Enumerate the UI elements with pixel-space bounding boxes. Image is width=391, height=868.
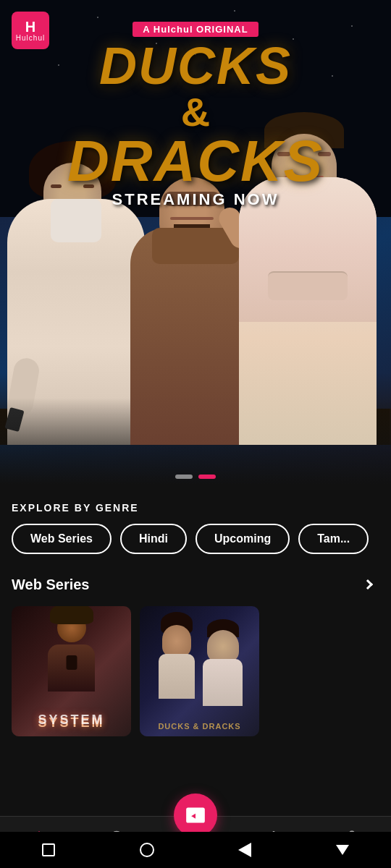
hero-banner: H Hulchul A Hulchul ORIGINAL DUCKS & DRA… [0, 0, 391, 485]
recents-icon [42, 843, 55, 856]
show-card-ducks-dracks[interactable]: DUCKS & DRACKS [140, 606, 259, 736]
original-badge: A Hulchul ORIGINAL [133, 22, 258, 37]
dot-2 [198, 475, 216, 479]
genre-pills-container: Web Series Hindi Upcoming Tam... [12, 524, 379, 557]
reels-button[interactable] [174, 793, 217, 837]
web-series-cards-row: SYSTEM [12, 606, 379, 736]
show-title-ducks: DUCKS [0, 40, 391, 92]
web-series-header: Web Series [12, 573, 379, 596]
android-home-button[interactable] [140, 843, 154, 857]
android-power-button[interactable] [336, 845, 349, 855]
android-nav-bar [0, 832, 391, 868]
explore-title: EXPLORE BY GENRE [12, 502, 379, 514]
show-title-dracks: DRACKS [0, 132, 391, 190]
main-content: EXPLORE BY GENRE Web Series Hindi Upcomi… [0, 485, 391, 830]
streaming-now-label: STREAMING NOW [0, 190, 391, 209]
genre-pill-web-series[interactable]: Web Series [12, 524, 112, 554]
web-series-title: Web Series [12, 576, 89, 593]
web-series-section: Web Series SYSTEM [0, 564, 391, 736]
card-system-title: SYSTEM [12, 715, 131, 731]
genre-pill-upcoming[interactable]: Upcoming [196, 524, 290, 554]
card-ducks-title: DUCKS & DRACKS [140, 722, 259, 731]
back-icon [238, 843, 251, 857]
dot-1 [175, 475, 193, 479]
android-back-button[interactable] [238, 843, 251, 857]
show-title-and: & [0, 92, 391, 132]
man-right-body [239, 177, 377, 445]
chevron-right-icon [363, 579, 373, 590]
down-arrow-icon [336, 845, 349, 855]
genre-pill-tamil[interactable]: Tam... [298, 524, 369, 554]
genre-pill-hindi[interactable]: Hindi [120, 524, 187, 554]
hero-pagination-dots [175, 475, 216, 479]
hero-title-area: A Hulchul ORIGINAL DUCKS & DRACKS STREAM… [0, 22, 391, 209]
explore-genre-section: EXPLORE BY GENRE Web Series Hindi Upcomi… [0, 490, 391, 564]
show-card-system[interactable]: SYSTEM [12, 606, 131, 736]
home-circle-icon [140, 843, 154, 857]
android-recents-button[interactable] [42, 843, 55, 856]
web-series-more-button[interactable] [356, 573, 379, 596]
